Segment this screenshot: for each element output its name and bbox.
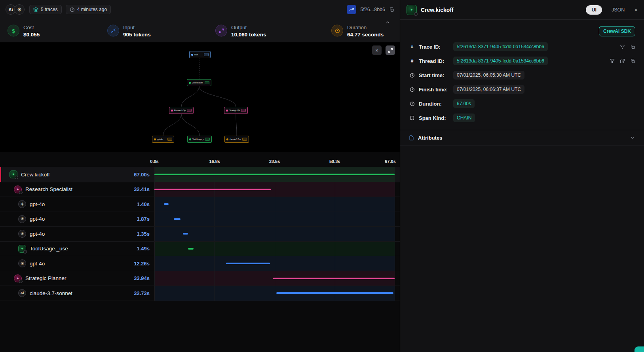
span-duration: 1.87s [137, 216, 150, 222]
collapse-metrics-chevron-icon[interactable] [385, 20, 390, 25]
span-duration: 12.26s [134, 261, 150, 267]
timeline-row[interactable]: ✦Crew.kickoff67.00s [0, 167, 400, 182]
crewai-icon: ✦ [407, 5, 417, 15]
graph-node-label: ToolUsage._use [192, 138, 204, 140]
copy-icon[interactable] [630, 59, 635, 64]
graph-node-research[interactable]: Research Specialist [169, 107, 194, 114]
gridline [215, 242, 215, 256]
span-chart-cell [154, 197, 395, 212]
gridline [215, 271, 215, 286]
close-panel-button[interactable]: × [634, 6, 638, 13]
graph-node-label: gpt-4o [157, 138, 163, 140]
crewai-mark: ✦ [21, 247, 24, 251]
span-bar [188, 248, 193, 250]
trace-header: A\ ✳ 5 traces 4 minutes ago 5f26...8bb6 [0, 0, 400, 19]
trending-up-icon [349, 7, 354, 12]
gridline [275, 242, 275, 256]
span-name: gpt-4o [30, 201, 45, 207]
time-tick: 50.3s [329, 159, 340, 164]
graph-node-label: Research Specialist [174, 109, 186, 112]
graph-node-label: Strategic Planner [229, 109, 240, 112]
graph-node-icon [191, 54, 193, 56]
detail-row-span-kind-: Span Kind:CHAIN [400, 111, 644, 125]
time-tick: 67.0s [385, 159, 396, 164]
graph-node-chip [242, 138, 247, 141]
span-chart-cell [154, 242, 395, 256]
detail-value: CHAIN [453, 114, 475, 122]
document-icon [409, 135, 414, 140]
external-icon[interactable] [620, 59, 625, 64]
json-toggle[interactable]: JSON [612, 7, 625, 13]
instrumentation-badge-icon [19, 191, 23, 194]
attributes-label: Attributes [418, 135, 442, 141]
gridline [154, 227, 155, 241]
detail-value: 07/01/2025, 06:05:30 AM UTC [453, 71, 524, 79]
ui-toggle[interactable]: UI [586, 5, 602, 15]
detail-row-thread-id-: #Thread ID:5f2613da-8371-9405-fcdd-0a153… [400, 54, 644, 68]
expand4-icon [216, 25, 227, 36]
trace-main: A\ ✳ 5 traces 4 minutes ago 5f26...8bb6 … [0, 0, 400, 352]
gridline [335, 242, 335, 256]
span-bar [174, 218, 180, 220]
graph-node-gpt[interactable]: gpt-4o [152, 136, 174, 143]
filter-icon[interactable] [620, 44, 625, 49]
clock-icon [409, 101, 415, 106]
gridline [154, 242, 155, 256]
gridline [395, 167, 395, 182]
copy-icon[interactable] [630, 44, 635, 49]
gridline [154, 286, 155, 301]
metric-label: Output [231, 24, 266, 30]
trace-chart-button[interactable] [347, 5, 356, 14]
graph-node-icon [226, 138, 228, 140]
gridline [215, 197, 215, 212]
graph-expand-button[interactable] [386, 45, 395, 55]
traces-count-badge[interactable]: 5 traces [29, 5, 62, 14]
gridline [275, 256, 275, 271]
span-name: ToolUsage._use [30, 246, 68, 252]
graph-node-claude[interactable]: claude-3.7-sonnet [224, 136, 249, 143]
detail-value: 07/01/2025, 06:06:37 AM UTC [453, 85, 524, 94]
detail-label: Trace ID: [419, 44, 450, 50]
trace-age-badge: 4 minutes ago [66, 5, 111, 14]
gridline [215, 286, 215, 301]
attributes-section-toggle[interactable]: Attributes [400, 130, 644, 146]
gridline [335, 197, 335, 212]
timeline-row[interactable]: ✦ToolUsage._use1.49s [0, 241, 400, 256]
graph-close-button[interactable]: × [372, 45, 382, 55]
timeline-row[interactable]: ✳gpt-4o1.35s [0, 226, 400, 241]
span-bar [154, 174, 395, 175]
filter-icon[interactable] [610, 59, 615, 64]
graph-node-crew[interactable]: Crew.kickoff [187, 79, 211, 86]
timeline-row[interactable]: ✦Strategic Planner33.94s [0, 271, 400, 286]
graph-node-strategic[interactable]: Strategic Planner [224, 107, 248, 114]
anthropic-icon: A\ [18, 289, 26, 297]
span-bar [226, 263, 270, 264]
agent-icon: ✦ [14, 274, 22, 282]
graph-node-run[interactable]: Run [189, 51, 211, 58]
span-name: Crew.kickoff [21, 172, 50, 178]
graph-node-icon [189, 82, 191, 84]
gridline [395, 271, 395, 286]
timeline-row[interactable]: ✳gpt-4o12.26s [0, 256, 400, 271]
gridline [395, 242, 395, 256]
timeline-row[interactable]: ✦Research Specialist32.41s [0, 182, 400, 197]
timeline-row[interactable]: ✳gpt-4o1.40s [0, 197, 400, 212]
timeline-row-label: ✦Research Specialist32.41s [0, 182, 154, 197]
metric-input: Input905 tokens [108, 24, 151, 37]
gridline [395, 286, 395, 301]
chat-widget[interactable] [635, 346, 644, 352]
timeline-row[interactable]: A\claude-3.7-sonnet32.73s [0, 286, 400, 301]
graph-node-tool[interactable]: ToolUsage._use [187, 136, 212, 143]
timeline: 0.0s16.8s33.5s50.3s67.0s ✦Crew.kickoff67… [0, 152, 400, 352]
metric-text: Cost$0.055 [23, 24, 40, 37]
graph-node-label: Crew.kickoff [192, 81, 203, 84]
graph-node-icon [189, 138, 191, 140]
timeline-row-label: ✦Crew.kickoff67.00s [0, 167, 154, 182]
crew-mark: ✦ [410, 8, 413, 12]
graph-node-chip [187, 109, 192, 112]
detail-label: Thread ID: [419, 58, 450, 64]
copy-icon[interactable] [389, 7, 394, 12]
timeline-row[interactable]: ✳gpt-4o1.87s [0, 212, 400, 227]
metric-cost: $Cost$0.055 [8, 24, 40, 37]
gridline [215, 227, 215, 241]
